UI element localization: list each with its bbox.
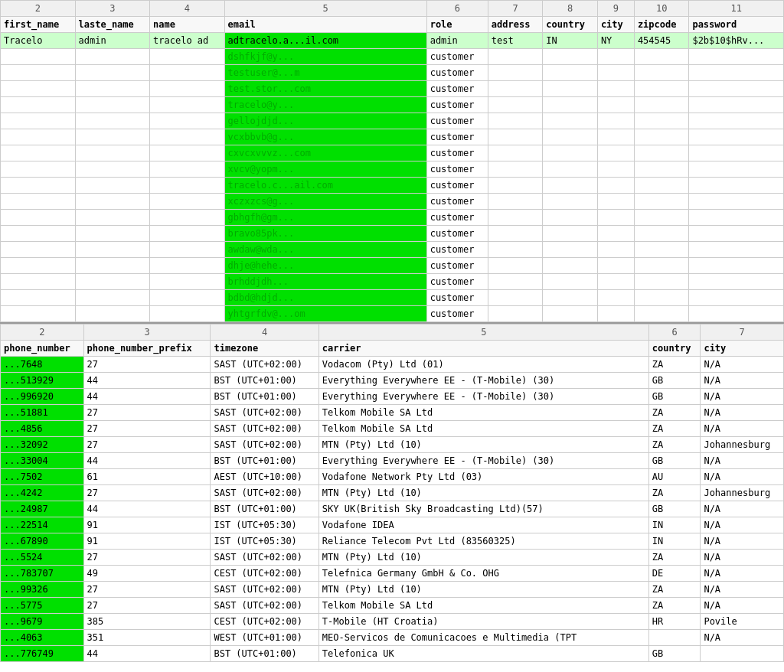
top-table: 2 3 4 5 6 7 8 9 10 11 first_name laste_n… <box>0 0 784 322</box>
top-cell <box>75 274 150 290</box>
top-cell <box>75 194 150 210</box>
top-cell <box>150 145 225 161</box>
top-cell <box>689 226 784 242</box>
top-cell <box>543 129 598 145</box>
bottom-cell: Everything Everywhere EE - (T-Mobile) (3… <box>318 373 648 389</box>
top-table-row: bravo85pk...customer <box>1 226 784 242</box>
bottom-cell: MTN (Pty) Ltd (10) <box>318 485 648 501</box>
top-table-row: brhddjdh...customer <box>1 274 784 290</box>
bottom-col-num-7: 7 <box>701 325 784 341</box>
top-cell <box>634 306 689 322</box>
top-cell: adtracelo.a...il.com <box>224 33 426 49</box>
top-cell: customer <box>426 290 488 306</box>
top-table-row: awdaw@wda...customer <box>1 242 784 258</box>
top-cell <box>597 145 634 161</box>
top-cell: testuser@...m <box>224 65 426 81</box>
bottom-table-row: ...5188127SAST (UTC+02:00)Telkom Mobile … <box>1 405 784 421</box>
header-password: password <box>689 17 784 33</box>
top-cell <box>150 49 225 65</box>
bottom-cell: ...32092 <box>1 437 84 453</box>
top-cell <box>150 194 225 210</box>
top-cell <box>488 242 543 258</box>
top-cell <box>597 178 634 194</box>
top-cell <box>597 65 634 81</box>
top-cell <box>1 113 76 129</box>
top-cell <box>488 65 543 81</box>
bottom-cell: Vodafone IDEA <box>318 517 648 533</box>
top-cell <box>75 129 150 145</box>
top-cell <box>150 242 225 258</box>
top-cell <box>543 81 598 97</box>
top-table-row: test.stor...comcustomer <box>1 81 784 97</box>
bottom-cell: ZA <box>648 437 701 453</box>
bottom-header-city: city <box>701 341 784 357</box>
bottom-cell: Vodacom (Pty) Ltd (01) <box>318 357 648 373</box>
top-cell <box>488 129 543 145</box>
top-cell <box>75 97 150 113</box>
bottom-cell: 44 <box>83 453 211 469</box>
top-cell <box>543 290 598 306</box>
top-cell <box>1 194 76 210</box>
bottom-cell: N/A <box>701 405 784 421</box>
bottom-cell: N/A <box>701 533 784 550</box>
bottom-cell: AEST (UTC+10:00) <box>211 469 318 485</box>
bottom-cell: ...776749 <box>1 646 84 662</box>
bottom-cell: ...4063 <box>1 630 84 646</box>
bottom-cell: N/A <box>701 469 784 485</box>
top-cell: customer <box>426 49 488 65</box>
bottom-cell: BST (UTC+01:00) <box>211 389 318 405</box>
top-cell <box>1 49 76 65</box>
top-cell <box>488 113 543 129</box>
bottom-cell: GB <box>648 646 701 662</box>
bottom-header-timezone: timezone <box>211 341 318 357</box>
top-cell <box>689 194 784 210</box>
bottom-table-row: ...78370749CEST (UTC+02:00)Telefnica Ger… <box>1 566 784 582</box>
bottom-cell: SAST (UTC+02:00) <box>211 405 318 421</box>
top-cell: customer <box>426 129 488 145</box>
top-cell <box>150 258 225 274</box>
bottom-cell: BST (UTC+01:00) <box>211 501 318 517</box>
bottom-table-row: ...485627SAST (UTC+02:00)Telkom Mobile S… <box>1 421 784 437</box>
top-cell <box>150 290 225 306</box>
bottom-cell: ZA <box>648 582 701 598</box>
bottom-col-num-6: 6 <box>648 325 701 341</box>
top-cell: awdaw@wda... <box>224 242 426 258</box>
top-cell <box>75 65 150 81</box>
top-cell <box>488 290 543 306</box>
top-cell: tracelo@y... <box>224 97 426 113</box>
bottom-cell: Telkom Mobile SA Ltd <box>318 405 648 421</box>
top-cell <box>488 306 543 322</box>
bottom-cell: N/A <box>701 630 784 646</box>
bottom-header-prefix: phone_number_prefix <box>83 341 211 357</box>
top-cell <box>1 145 76 161</box>
top-cell: bdbd@hdjd... <box>224 290 426 306</box>
top-cell <box>1 161 76 178</box>
top-cell: tracelo ad <box>150 33 225 49</box>
top-cell <box>75 210 150 226</box>
bottom-cell: 27 <box>83 550 211 566</box>
top-cell <box>75 306 150 322</box>
bottom-cell: DE <box>648 566 701 582</box>
top-cell <box>488 226 543 242</box>
top-cell: gbhgfh@gm... <box>224 210 426 226</box>
bottom-cell: N/A <box>701 453 784 469</box>
top-cell: Tracelo <box>1 33 76 49</box>
bottom-cell: ...99326 <box>1 582 84 598</box>
top-cell: yhtgrfdv@...om <box>224 306 426 322</box>
top-cell <box>1 242 76 258</box>
bottom-cell: ...996920 <box>1 389 84 405</box>
top-cell <box>543 210 598 226</box>
top-cell <box>150 65 225 81</box>
top-cell <box>150 129 225 145</box>
top-cell: customer <box>426 145 488 161</box>
top-cell: test <box>488 33 543 49</box>
top-cell <box>597 306 634 322</box>
header-zipcode: zipcode <box>634 17 689 33</box>
top-cell <box>689 81 784 97</box>
bottom-cell: ...513929 <box>1 373 84 389</box>
top-cell: customer <box>426 81 488 97</box>
top-cell <box>543 161 598 178</box>
col-num-2: 2 <box>1 1 76 17</box>
top-cell: 454545 <box>634 33 689 49</box>
top-table-row: gbhgfh@gm...customer <box>1 210 784 226</box>
